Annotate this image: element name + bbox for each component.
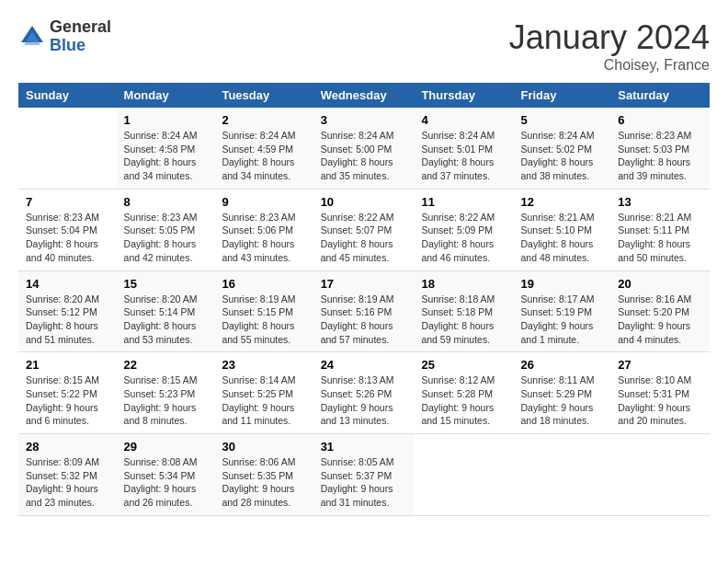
day-info: Sunrise: 8:22 AMSunset: 5:07 PMDaylight:… <box>321 211 407 265</box>
calendar-cell <box>513 434 610 516</box>
calendar-cell: 16Sunrise: 8:19 AMSunset: 5:15 PMDayligh… <box>214 270 313 352</box>
day-number: 9 <box>222 195 305 209</box>
day-info: Sunrise: 8:20 AMSunset: 5:14 PMDaylight:… <box>124 293 208 347</box>
day-number: 28 <box>26 440 109 454</box>
calendar-week-row: 7Sunrise: 8:23 AMSunset: 5:04 PMDaylight… <box>18 189 710 270</box>
calendar-cell: 31Sunrise: 8:05 AMSunset: 5:37 PMDayligh… <box>313 434 415 516</box>
day-number: 12 <box>520 195 603 209</box>
calendar-week-row: 1Sunrise: 8:24 AMSunset: 4:58 PMDaylight… <box>18 108 710 189</box>
day-number: 3 <box>321 113 407 127</box>
calendar-cell <box>414 434 513 516</box>
day-number: 4 <box>421 113 506 127</box>
calendar-cell: 14Sunrise: 8:20 AMSunset: 5:12 PMDayligh… <box>18 270 117 352</box>
day-number: 11 <box>421 195 506 209</box>
header-thursday: Thursday <box>414 83 513 108</box>
day-number: 21 <box>26 358 109 372</box>
logo: General Blue <box>18 18 111 55</box>
day-info: Sunrise: 8:15 AMSunset: 5:23 PMDaylight:… <box>124 373 208 428</box>
day-number: 25 <box>421 358 506 372</box>
header-sunday: Sunday <box>18 83 117 108</box>
calendar-cell: 2Sunrise: 8:24 AMSunset: 4:59 PMDaylight… <box>214 108 313 189</box>
day-info: Sunrise: 8:24 AMSunset: 5:00 PMDaylight:… <box>321 129 407 183</box>
day-info: Sunrise: 8:21 AMSunset: 5:11 PMDaylight:… <box>618 211 702 265</box>
day-info: Sunrise: 8:22 AMSunset: 5:09 PMDaylight:… <box>421 211 506 265</box>
calendar-cell: 27Sunrise: 8:10 AMSunset: 5:31 PMDayligh… <box>610 352 710 434</box>
calendar-cell: 4Sunrise: 8:24 AMSunset: 5:01 PMDaylight… <box>414 108 513 189</box>
day-number: 23 <box>222 358 305 372</box>
calendar-cell: 7Sunrise: 8:23 AMSunset: 5:04 PMDaylight… <box>18 189 117 270</box>
header-friday: Friday <box>513 83 610 108</box>
day-number: 13 <box>618 195 702 209</box>
day-info: Sunrise: 8:20 AMSunset: 5:12 PMDaylight:… <box>26 293 109 347</box>
logo-blue-text: Blue <box>50 37 111 55</box>
day-info: Sunrise: 8:21 AMSunset: 5:10 PMDaylight:… <box>520 211 603 265</box>
day-number: 6 <box>618 113 702 127</box>
day-number: 8 <box>124 195 208 209</box>
calendar-cell: 30Sunrise: 8:06 AMSunset: 5:35 PMDayligh… <box>214 434 313 516</box>
calendar-cell: 22Sunrise: 8:15 AMSunset: 5:23 PMDayligh… <box>117 352 215 434</box>
day-number: 27 <box>618 358 702 372</box>
day-number: 17 <box>321 277 407 291</box>
calendar-cell: 1Sunrise: 8:24 AMSunset: 4:58 PMDaylight… <box>117 108 215 189</box>
calendar-header-row: SundayMondayTuesdayWednesdayThursdayFrid… <box>18 83 710 108</box>
calendar-cell: 3Sunrise: 8:24 AMSunset: 5:00 PMDaylight… <box>313 108 415 189</box>
calendar-cell: 20Sunrise: 8:16 AMSunset: 5:20 PMDayligh… <box>610 270 710 352</box>
day-info: Sunrise: 8:08 AMSunset: 5:34 PMDaylight:… <box>124 455 208 510</box>
day-info: Sunrise: 8:09 AMSunset: 5:32 PMDaylight:… <box>26 455 109 510</box>
header-monday: Monday <box>117 83 215 108</box>
calendar-cell: 13Sunrise: 8:21 AMSunset: 5:11 PMDayligh… <box>610 189 710 270</box>
calendar-cell: 18Sunrise: 8:18 AMSunset: 5:18 PMDayligh… <box>414 270 513 352</box>
calendar-cell: 10Sunrise: 8:22 AMSunset: 5:07 PMDayligh… <box>313 189 415 270</box>
day-info: Sunrise: 8:23 AMSunset: 5:04 PMDaylight:… <box>26 211 109 265</box>
day-number: 1 <box>124 113 208 127</box>
day-number: 10 <box>321 195 407 209</box>
calendar-cell: 23Sunrise: 8:14 AMSunset: 5:25 PMDayligh… <box>214 352 313 434</box>
day-number: 7 <box>26 195 109 209</box>
day-info: Sunrise: 8:24 AMSunset: 4:58 PMDaylight:… <box>124 129 208 183</box>
day-number: 15 <box>124 277 208 291</box>
day-info: Sunrise: 8:14 AMSunset: 5:25 PMDaylight:… <box>222 373 305 428</box>
day-info: Sunrise: 8:15 AMSunset: 5:22 PMDaylight:… <box>26 373 109 428</box>
day-info: Sunrise: 8:10 AMSunset: 5:31 PMDaylight:… <box>618 373 702 428</box>
calendar-week-row: 28Sunrise: 8:09 AMSunset: 5:32 PMDayligh… <box>18 434 710 516</box>
logo-icon <box>18 23 46 51</box>
day-number: 24 <box>321 358 407 372</box>
day-info: Sunrise: 8:19 AMSunset: 5:15 PMDaylight:… <box>222 293 305 347</box>
calendar-week-row: 21Sunrise: 8:15 AMSunset: 5:22 PMDayligh… <box>18 352 710 434</box>
location: Choisey, France <box>509 57 710 74</box>
calendar-cell: 29Sunrise: 8:08 AMSunset: 5:34 PMDayligh… <box>117 434 215 516</box>
logo-general-text: General <box>50 18 111 37</box>
calendar-cell: 21Sunrise: 8:15 AMSunset: 5:22 PMDayligh… <box>18 352 117 434</box>
header-saturday: Saturday <box>610 83 710 108</box>
day-info: Sunrise: 8:12 AMSunset: 5:28 PMDaylight:… <box>421 373 506 428</box>
day-number: 19 <box>520 277 603 291</box>
title-block: January 2024 Choisey, France <box>509 18 710 74</box>
calendar-table: SundayMondayTuesdayWednesdayThursdayFrid… <box>18 83 710 516</box>
day-info: Sunrise: 8:05 AMSunset: 5:37 PMDaylight:… <box>321 455 407 510</box>
header-wednesday: Wednesday <box>313 83 415 108</box>
calendar-cell: 28Sunrise: 8:09 AMSunset: 5:32 PMDayligh… <box>18 434 117 516</box>
calendar-cell: 11Sunrise: 8:22 AMSunset: 5:09 PMDayligh… <box>414 189 513 270</box>
calendar-week-row: 14Sunrise: 8:20 AMSunset: 5:12 PMDayligh… <box>18 270 710 352</box>
day-info: Sunrise: 8:24 AMSunset: 5:02 PMDaylight:… <box>520 129 603 183</box>
calendar-cell: 25Sunrise: 8:12 AMSunset: 5:28 PMDayligh… <box>414 352 513 434</box>
day-number: 14 <box>26 277 109 291</box>
day-info: Sunrise: 8:16 AMSunset: 5:20 PMDaylight:… <box>618 293 702 347</box>
day-info: Sunrise: 8:19 AMSunset: 5:16 PMDaylight:… <box>321 293 407 347</box>
calendar-cell: 6Sunrise: 8:23 AMSunset: 5:03 PMDaylight… <box>610 108 710 189</box>
day-info: Sunrise: 8:23 AMSunset: 5:05 PMDaylight:… <box>124 211 208 265</box>
calendar-cell: 17Sunrise: 8:19 AMSunset: 5:16 PMDayligh… <box>313 270 415 352</box>
day-info: Sunrise: 8:23 AMSunset: 5:03 PMDaylight:… <box>618 129 702 183</box>
calendar-cell: 9Sunrise: 8:23 AMSunset: 5:06 PMDaylight… <box>214 189 313 270</box>
day-number: 16 <box>222 277 305 291</box>
day-info: Sunrise: 8:23 AMSunset: 5:06 PMDaylight:… <box>222 211 305 265</box>
day-number: 29 <box>124 440 208 454</box>
day-info: Sunrise: 8:18 AMSunset: 5:18 PMDaylight:… <box>421 293 506 347</box>
day-info: Sunrise: 8:24 AMSunset: 4:59 PMDaylight:… <box>222 129 305 183</box>
day-info: Sunrise: 8:06 AMSunset: 5:35 PMDaylight:… <box>222 455 305 510</box>
page-header: General Blue January 2024 Choisey, Franc… <box>18 18 710 74</box>
day-info: Sunrise: 8:24 AMSunset: 5:01 PMDaylight:… <box>421 129 506 183</box>
calendar-cell: 8Sunrise: 8:23 AMSunset: 5:05 PMDaylight… <box>117 189 215 270</box>
calendar-cell: 12Sunrise: 8:21 AMSunset: 5:10 PMDayligh… <box>513 189 610 270</box>
day-info: Sunrise: 8:11 AMSunset: 5:29 PMDaylight:… <box>520 373 603 428</box>
